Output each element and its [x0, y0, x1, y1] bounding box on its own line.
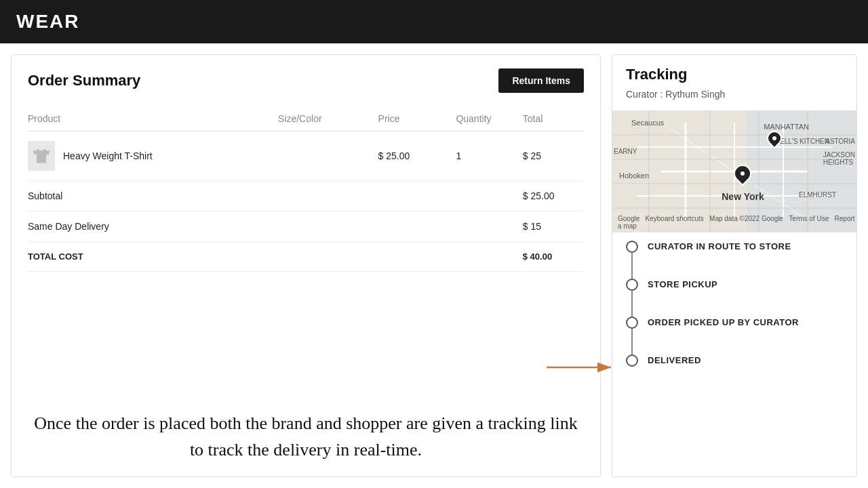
col-header-product: Product: [28, 106, 278, 131]
step-1: CURATOR IN ROUTE TO STORE: [626, 241, 843, 279]
step-3-circle: [626, 317, 638, 329]
table-row: Heavy Weight T-Shirt $ 25.00 1 $ 25: [28, 131, 584, 181]
step-4-circle: [626, 354, 638, 367]
step-2-label: STORE PICKUP: [648, 279, 717, 289]
map-container: Secaucus Hoboken MANHATTAN HELL'S KITCHE…: [612, 110, 856, 232]
step-2-line: [626, 279, 638, 317]
col-header-total: Total: [523, 106, 584, 131]
tshirt-icon: [32, 146, 51, 165]
map-label-hoboken: Hoboken: [619, 171, 649, 180]
curator-info: Curator : Rythum Singh: [626, 89, 843, 100]
total-cell: $ 25: [523, 131, 584, 181]
map-label-jackson: JACKSONHEIGHTS: [823, 151, 855, 166]
total-label: TOTAL COST: [28, 242, 523, 272]
main-content: Order Summary Return Items Product Size/…: [0, 43, 868, 488]
map-label-elmhurst: ELMHURST: [799, 191, 836, 199]
step-3-connector: [631, 329, 633, 354]
delivery-value: $ 15: [523, 211, 584, 242]
step-3: ORDER PICKED UP BY CURATOR: [626, 317, 843, 354]
tracking-steps: CURATOR IN ROUTE TO STORE STORE PICKUP O…: [612, 232, 856, 476]
map-label-new-york: New York: [722, 191, 764, 202]
left-panel: Order Summary Return Items Product Size/…: [11, 54, 601, 477]
order-table: Product Size/Color Price Quantity Total: [28, 106, 584, 272]
table-header-row: Product Size/Color Price Quantity Total: [28, 106, 584, 131]
tracking-title: Tracking: [626, 66, 843, 83]
order-summary-title: Order Summary: [28, 72, 140, 89]
tracking-header: Tracking Curator : Rythum Singh: [612, 55, 856, 110]
col-header-price: Price: [378, 106, 456, 131]
arrow-icon: [547, 357, 621, 378]
size-color-cell: [278, 131, 378, 181]
step-1-label: CURATOR IN ROUTE TO STORE: [648, 241, 791, 251]
header: WEAR: [0, 0, 868, 43]
map-label-earny: EARNY: [614, 148, 637, 155]
step-1-circle: [626, 241, 638, 253]
map-attribution: Google Keyboard shortcuts Map data ©2022…: [618, 215, 856, 230]
step-3-label: ORDER PICKED UP BY CURATOR: [648, 317, 799, 327]
step-4-label: DELIVERED: [648, 354, 701, 365]
subtotal-row: Subtotal $ 25.00: [28, 181, 584, 211]
step-4: DELIVERED: [626, 354, 843, 367]
map-pin-2: [734, 165, 751, 182]
logo: WEAR: [16, 11, 80, 33]
return-items-button[interactable]: Return Items: [498, 68, 584, 93]
delivery-label: Same Day Delivery: [28, 211, 523, 242]
map-pin-1: [767, 131, 782, 146]
map-label-manhattan: MANHATTAN: [764, 123, 809, 131]
map-label-hells-kitchen: HELL'S KITCHEN: [775, 138, 829, 145]
order-summary-header: Order Summary Return Items: [28, 68, 584, 93]
qty-cell: 1: [456, 131, 522, 181]
step-1-connector: [631, 253, 633, 279]
step-1-line: [626, 241, 638, 279]
step-4-line: [626, 354, 638, 367]
product-cell: Heavy Weight T-Shirt: [28, 131, 278, 181]
total-value: $ 40.00: [523, 242, 584, 272]
col-header-size: Size/Color: [278, 106, 378, 131]
right-panel: Tracking Curator : Rythum Singh: [612, 54, 857, 477]
map-label-secaucus: Secaucus: [631, 119, 664, 127]
tracking-info-text: Once the order is placed both the brand …: [28, 396, 584, 463]
subtotal-label: Subtotal: [28, 181, 523, 211]
delivery-row: Same Day Delivery $ 15: [28, 211, 584, 242]
step-3-line: [626, 317, 638, 354]
step-2-connector: [631, 291, 633, 317]
step-2-circle: [626, 279, 638, 291]
map-label-astoria: ASTORIA: [825, 138, 855, 145]
col-header-qty: Quantity: [456, 106, 522, 131]
price-cell: $ 25.00: [378, 131, 456, 181]
product-thumbnail: [28, 141, 55, 171]
total-row: TOTAL COST $ 40.00: [28, 242, 584, 272]
product-name: Heavy Weight T-Shirt: [63, 150, 153, 161]
subtotal-value: $ 25.00: [523, 181, 584, 211]
step-2: STORE PICKUP: [626, 279, 843, 317]
